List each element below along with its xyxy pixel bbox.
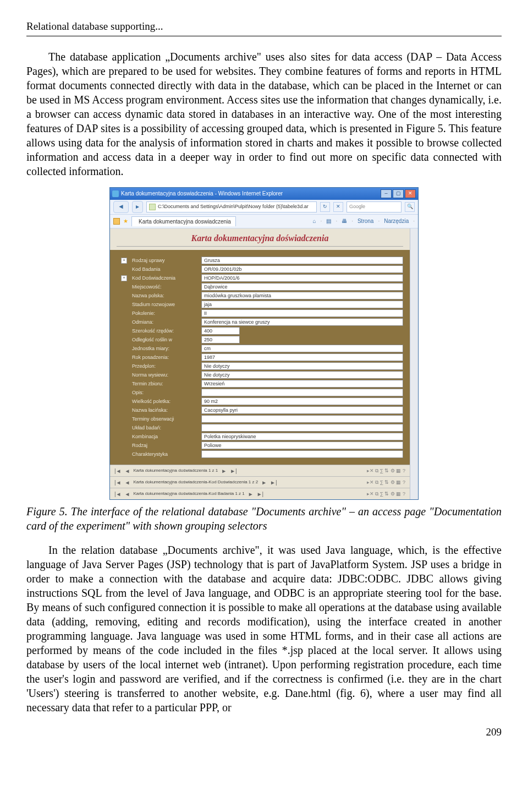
prev-record-icon[interactable]: ◄ bbox=[125, 467, 130, 475]
stop-button[interactable]: ✕ bbox=[333, 202, 343, 212]
field-value[interactable] bbox=[201, 450, 403, 458]
field-value[interactable]: 90 m2 bbox=[201, 397, 403, 405]
next-record-icon[interactable]: ► bbox=[221, 467, 227, 475]
field-label: Kod Badania bbox=[132, 266, 198, 273]
body-paragraph-2: In the relation database „Documents arch… bbox=[26, 543, 502, 715]
form-row: Kod BadaniaOR/09./2001/02b bbox=[121, 265, 403, 273]
figure-5-wrapper: Karta dokumentacyjna doswiadczenia - Win… bbox=[26, 187, 502, 500]
prev-record-icon[interactable]: ◄ bbox=[125, 491, 130, 498]
close-button[interactable]: ✕ bbox=[405, 189, 416, 198]
browser-tab[interactable]: Karta dokumentacyjna doswiadczenia bbox=[131, 216, 236, 226]
record-navigator-1[interactable]: |◄ ◄ Karta dokumentacyjna doświadczenia … bbox=[110, 465, 410, 476]
form-row: Terminy obserwacji bbox=[121, 415, 403, 423]
last-record-icon[interactable]: ►| bbox=[230, 467, 237, 475]
field-value[interactable]: jaja bbox=[201, 301, 403, 308]
navigator-tools: ▸✕ ⧉ ∑ ⇅ ⚙ ▦ ? bbox=[367, 491, 405, 498]
tools-menu[interactable]: Narzędzia bbox=[384, 217, 409, 225]
field-label: Jednostka miary: bbox=[132, 346, 198, 352]
field-value[interactable]: Cacopsylla pyri bbox=[201, 406, 403, 414]
field-label: Rodzaj uprawy bbox=[132, 258, 198, 264]
field-value[interactable]: 1987 bbox=[201, 353, 403, 361]
form-row: +Kod DoświadczeniaHOP/DA/2001/6 bbox=[121, 274, 403, 282]
field-value[interactable]: OR/09./2001/02b bbox=[201, 265, 403, 273]
first-record-icon[interactable]: |◄ bbox=[114, 467, 122, 475]
toolbar-right: ⌂ · ▤ · 🖶 · Strona · Narzędzia · bbox=[313, 217, 415, 225]
navigator-label: Karta dokumentacyjna doświadczenia-Kod D… bbox=[133, 479, 258, 485]
field-value[interactable]: cm bbox=[201, 345, 403, 352]
first-record-icon[interactable]: |◄ bbox=[114, 491, 122, 498]
field-value[interactable]: Dąbrowice bbox=[201, 283, 403, 291]
last-record-icon[interactable]: ►| bbox=[270, 479, 277, 486]
prev-record-icon[interactable]: ◄ bbox=[125, 479, 130, 486]
forward-button[interactable]: ▸ bbox=[132, 201, 143, 213]
maximize-button[interactable]: ▢ bbox=[393, 189, 404, 198]
field-value[interactable]: Nie dotyczy bbox=[201, 362, 403, 370]
window-title: Karta dokumentacyjna doswiadczenia - Win… bbox=[121, 190, 381, 197]
minimize-button[interactable]: – bbox=[381, 189, 392, 198]
form-row: Przedplon:Nie dotyczy bbox=[121, 362, 403, 370]
home-icon[interactable]: ⌂ bbox=[313, 217, 316, 225]
record-navigator-3[interactable]: |◄ ◄ Karta dokumentacyjna doświadczenia-… bbox=[110, 488, 410, 499]
print-icon[interactable]: 🖶 bbox=[342, 217, 347, 225]
field-label: Charakterystyka bbox=[132, 451, 198, 458]
next-record-icon[interactable]: ► bbox=[261, 479, 267, 486]
navigator-label: Karta dokumentacyjna doświadczenia 1 z 1 bbox=[133, 468, 218, 473]
field-value[interactable] bbox=[201, 415, 403, 423]
form-row: Pokolenie:II bbox=[121, 309, 403, 317]
field-value[interactable] bbox=[201, 389, 403, 396]
field-value[interactable]: Nie dotyczy bbox=[201, 371, 403, 379]
form-row: Układ badań: bbox=[121, 424, 403, 432]
field-value[interactable]: II bbox=[201, 309, 403, 317]
form-row: Odmiana:Konferencja na siewce gruszy bbox=[121, 318, 403, 326]
last-record-icon[interactable]: ►| bbox=[257, 491, 264, 498]
field-label: Terminy obserwacji bbox=[132, 416, 198, 423]
form-row: Rok posadzenia:1987 bbox=[121, 353, 403, 361]
page-menu[interactable]: Strona bbox=[358, 217, 373, 225]
refresh-button[interactable]: ↻ bbox=[320, 202, 330, 212]
expand-icon[interactable]: + bbox=[121, 258, 127, 264]
form-row: Norma wysiewu:Nie dotyczy bbox=[121, 371, 403, 379]
record-navigator-2[interactable]: |◄ ◄ Karta dokumentacyjna doświadczenia-… bbox=[110, 476, 410, 488]
field-label: Odległość roślin w bbox=[132, 337, 198, 344]
first-record-icon[interactable]: |◄ bbox=[114, 479, 122, 486]
form-row: Opis: bbox=[121, 389, 403, 396]
page-number: 209 bbox=[26, 726, 502, 739]
favorites-icon[interactable] bbox=[113, 218, 120, 225]
address-text: C:\Documents and Settings\Admin\Pulpit\N… bbox=[158, 204, 309, 210]
field-label: Nazwa polska: bbox=[132, 293, 198, 299]
expand-icon[interactable]: + bbox=[121, 275, 127, 281]
field-label: Kod Doświadczenia bbox=[132, 275, 198, 282]
favorites-star-icon[interactable]: ★ bbox=[123, 217, 128, 225]
form-row: Miejscowość:Dąbrowice bbox=[121, 283, 403, 291]
form-row: Wielkość poletka:90 m2 bbox=[121, 397, 403, 405]
field-value[interactable] bbox=[201, 424, 403, 432]
field-label: Opis: bbox=[132, 390, 198, 396]
search-box[interactable]: Google bbox=[346, 201, 402, 212]
address-bar[interactable]: C:\Documents and Settings\Admin\Pulpit\N… bbox=[146, 201, 317, 212]
nav-toolbar: ◄ ▸ C:\Documents and Settings\Admin\Pulp… bbox=[110, 200, 418, 215]
back-button[interactable]: ◄ bbox=[113, 201, 129, 213]
ie-icon bbox=[112, 190, 119, 197]
field-value[interactable]: Poletka nieopryskiwane bbox=[201, 433, 403, 440]
form-row: Charakterystyka bbox=[121, 450, 403, 458]
field-label: Pokolenie: bbox=[132, 310, 198, 317]
next-record-icon[interactable]: ► bbox=[248, 491, 254, 498]
field-value[interactable]: Poliowe bbox=[201, 442, 403, 449]
field-value[interactable]: Grusza bbox=[201, 257, 403, 264]
search-go-button[interactable]: 🔍 bbox=[405, 202, 415, 212]
field-value[interactable]: HOP/DA/2001/6 bbox=[201, 274, 403, 282]
field-label: Wielkość poletka: bbox=[132, 399, 198, 405]
field-value[interactable]: miodówka gruszkowa plamista bbox=[201, 292, 403, 299]
field-value[interactable]: 250 bbox=[201, 336, 240, 344]
field-value[interactable]: Konferencja na siewce gruszy bbox=[201, 318, 403, 326]
header-rule bbox=[26, 36, 502, 36]
body-paragraph-1: The database application „Documents arch… bbox=[26, 50, 502, 178]
navigator-label: Karta dokumentacyjna doświadczenia-Kod B… bbox=[133, 491, 244, 497]
field-value[interactable]: Wrzesień bbox=[201, 380, 403, 388]
field-label: Przedplon: bbox=[132, 363, 198, 370]
field-value[interactable]: 400 bbox=[201, 327, 240, 335]
feed-icon[interactable]: ▤ bbox=[326, 217, 331, 225]
field-label: Rodzaj bbox=[132, 443, 198, 449]
vertical-scrollbar[interactable] bbox=[410, 228, 418, 500]
form-row: KombinacjaPoletka nieopryskiwane bbox=[121, 433, 403, 440]
